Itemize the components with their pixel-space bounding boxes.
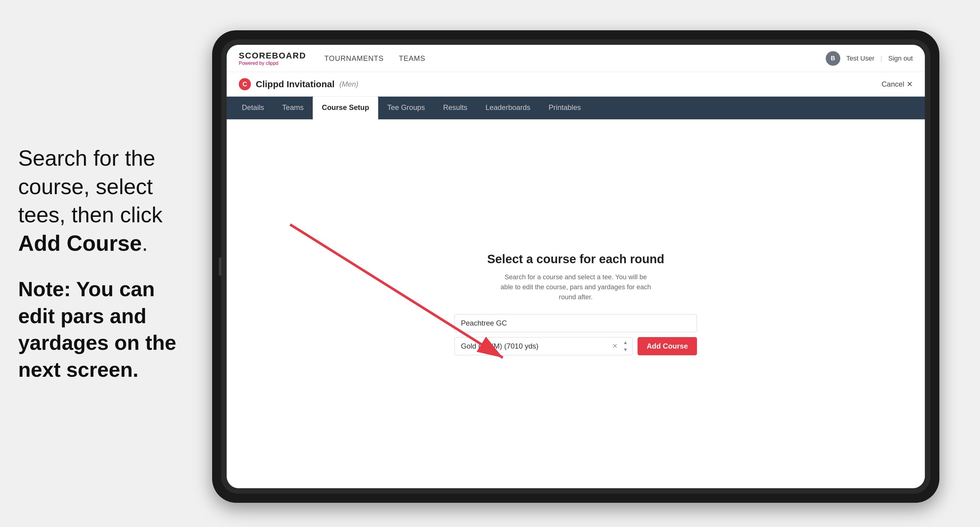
user-avatar: B (826, 51, 840, 66)
top-nav: SCOREBOARD Powered by clippd TOURNAMENTS… (227, 45, 925, 72)
annotation-main-text: Search for the course, select tees, then… (18, 144, 194, 257)
card-title: Select a course for each round (487, 252, 665, 266)
nav-link-teams[interactable]: TEAMS (399, 54, 425, 63)
tee-clear-button[interactable]: ✕ (612, 342, 617, 350)
tab-details[interactable]: Details (233, 97, 273, 119)
tournament-title-row: C Clippd Invitational (Men) (239, 78, 358, 90)
sign-out-button[interactable]: Sign out (888, 54, 913, 62)
tab-results[interactable]: Results (434, 97, 476, 119)
tournament-type: (Men) (339, 80, 358, 89)
course-setup-card: Select a course for each round Search fo… (455, 252, 697, 355)
tee-up-button[interactable]: ▲ (621, 339, 630, 346)
tab-tee-groups[interactable]: Tee Groups (378, 97, 434, 119)
tee-select-row: Gold (M) (M) (7010 yds) ✕ ▲ ▼ Add Course (455, 337, 697, 355)
clippd-icon: C (239, 78, 251, 90)
add-course-button[interactable]: Add Course (638, 337, 697, 355)
tab-printables[interactable]: Printables (539, 97, 590, 119)
tee-select-display[interactable]: Gold (M) (M) (7010 yds) (455, 337, 633, 355)
tournament-header: C Clippd Invitational (Men) Cancel ✕ (227, 72, 925, 97)
tab-nav: Details Teams Course Setup Tee Groups Re… (227, 97, 925, 119)
tee-select-wrapper: Gold (M) (M) (7010 yds) ✕ ▲ ▼ (455, 337, 633, 355)
main-content: Select a course for each round Search fo… (227, 119, 925, 488)
tab-course-setup[interactable]: Course Setup (313, 97, 378, 119)
tablet-side-button (219, 257, 221, 276)
logo-sub: Powered by clippd (239, 60, 306, 66)
tablet-inner: SCOREBOARD Powered by clippd TOURNAMENTS… (221, 40, 930, 494)
tee-select-value: Gold (M) (M) (7010 yds) (461, 342, 538, 351)
nav-links: TOURNAMENTS TEAMS (324, 54, 826, 63)
annotation-area: Search for the course, select tees, then… (0, 0, 212, 527)
tee-down-button[interactable]: ▼ (621, 346, 630, 353)
tee-stepper: ▲ ▼ (621, 339, 630, 353)
user-label: Test User (846, 54, 875, 62)
tab-leaderboards[interactable]: Leaderboards (476, 97, 539, 119)
logo-text: SCOREBOARD (239, 51, 306, 60)
course-search-input[interactable] (455, 314, 697, 332)
tablet-screen: SCOREBOARD Powered by clippd TOURNAMENTS… (227, 45, 925, 488)
tablet-container: SCOREBOARD Powered by clippd TOURNAMENTS… (212, 30, 939, 503)
nav-separator: | (881, 54, 883, 62)
annotation-note: Note: You canedit pars andyardages on th… (18, 276, 194, 383)
cancel-button[interactable]: Cancel ✕ (881, 80, 913, 89)
cancel-icon: ✕ (907, 80, 913, 89)
nav-link-tournaments[interactable]: TOURNAMENTS (324, 54, 383, 63)
cancel-label: Cancel (881, 80, 904, 89)
logo-area: SCOREBOARD Powered by clippd (239, 51, 306, 66)
tablet-outer: SCOREBOARD Powered by clippd TOURNAMENTS… (212, 30, 939, 503)
tab-teams[interactable]: Teams (273, 97, 313, 119)
nav-right: B Test User | Sign out (826, 51, 913, 66)
tournament-name: Clippd Invitational (256, 79, 334, 89)
card-description: Search for a course and select a tee. Yo… (500, 272, 652, 302)
annotation-bold: Add Course (18, 231, 142, 255)
